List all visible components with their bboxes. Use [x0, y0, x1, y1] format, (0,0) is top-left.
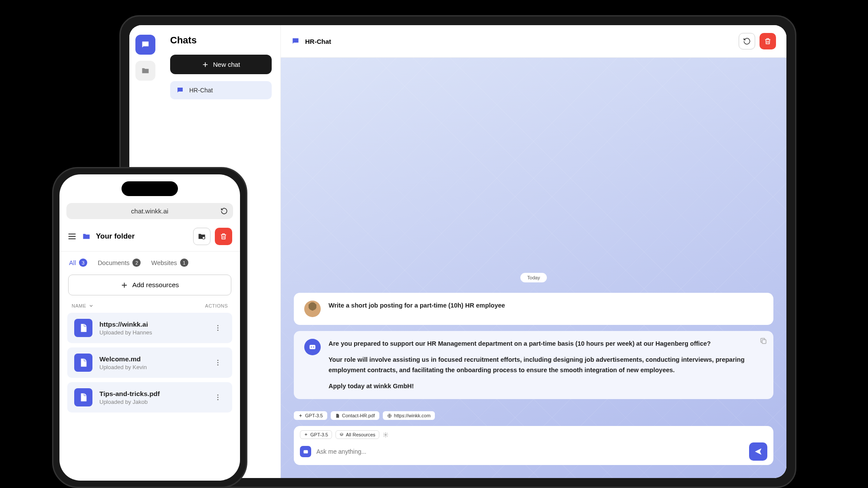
resource-item[interactable]: Tips-and-tricks.pdf Uploaded by Jakob — [67, 382, 232, 413]
resource-item[interactable]: https://winkk.ai Uploaded by Hannes — [67, 313, 232, 343]
svg-point-16 — [217, 399, 219, 400]
new-chat-label: New chat — [213, 61, 240, 68]
folder-delete-button[interactable] — [215, 228, 232, 245]
folder-settings-button[interactable] — [193, 228, 210, 245]
model-chip[interactable]: GPT-3.5 — [294, 411, 327, 420]
chat-list-item[interactable]: HR-Chat — [170, 81, 272, 99]
site-chip[interactable]: https://winkk.com — [383, 411, 435, 420]
bot-p1: Are you prepared to support our HR Manag… — [329, 339, 763, 349]
file-type-icon — [74, 354, 92, 372]
send-button[interactable] — [749, 442, 767, 461]
svg-point-13 — [217, 364, 219, 366]
svg-rect-6 — [303, 450, 308, 453]
user-avatar — [304, 301, 321, 317]
resource-more-button[interactable] — [210, 390, 225, 405]
main-area: HR-Chat Today Write a short job posting … — [281, 25, 786, 478]
sort-by-name[interactable]: NAME — [72, 303, 94, 308]
url-refresh-button[interactable] — [220, 207, 228, 215]
chat-item-label: HR-Chat — [189, 87, 213, 94]
delete-button[interactable] — [760, 33, 776, 49]
copy-icon — [760, 337, 767, 345]
svg-point-10 — [217, 330, 219, 331]
more-vertical-icon — [214, 393, 222, 401]
folder-icon — [141, 66, 150, 75]
chat-icon — [141, 40, 150, 49]
resource-more-button[interactable] — [210, 321, 225, 335]
main-header: HR-Chat — [281, 25, 786, 58]
refresh-button[interactable] — [739, 33, 755, 49]
gear-icon — [383, 432, 388, 438]
tab-documents[interactable]: Documents 2 — [98, 259, 141, 267]
add-resources-button[interactable]: Add ressources — [68, 275, 231, 295]
new-chat-button[interactable]: New chat — [170, 55, 272, 74]
svg-point-5 — [385, 434, 386, 435]
send-icon — [754, 447, 763, 456]
header-title-group: HR-Chat — [291, 37, 331, 46]
sidebar-title: Chats — [170, 35, 272, 46]
menu-icon — [67, 232, 77, 241]
folder-title: Your folder — [96, 232, 135, 241]
phone-device-frame: chat.winkk.ai Your folder — [52, 167, 247, 488]
resource-list: https://winkk.ai Uploaded by Hannes Welc… — [59, 313, 240, 413]
input-resources-chip[interactable]: All Resources — [335, 430, 379, 439]
refresh-icon — [743, 37, 751, 45]
phone-header: Your folder — [59, 222, 240, 252]
resource-more-button[interactable] — [210, 355, 225, 370]
chat-input-area: GPT-3.5 All Resources — [294, 426, 773, 465]
bot-icon — [302, 449, 309, 455]
more-vertical-icon — [214, 324, 222, 332]
rail-chats-button[interactable] — [135, 35, 155, 55]
doc-chip[interactable]: Contact-HR.pdf — [331, 411, 379, 420]
tab-all-count: 3 — [79, 259, 87, 267]
tab-websites[interactable]: Websites 1 — [151, 259, 188, 267]
phone-header-left: Your folder — [67, 232, 135, 241]
resource-name: Tips-and-tricks.pdf — [99, 390, 204, 398]
resource-name: Welcome.md — [99, 355, 204, 363]
trash-icon — [764, 37, 772, 45]
svg-point-12 — [217, 362, 219, 364]
copy-button[interactable] — [760, 337, 767, 345]
phone-header-right — [193, 228, 232, 245]
date-separator: Today — [520, 273, 547, 282]
chat-input[interactable] — [316, 448, 744, 455]
file-icon — [335, 413, 340, 418]
tab-docs-count: 2 — [132, 259, 141, 267]
svg-point-15 — [217, 397, 219, 398]
input-chips: GPT-3.5 All Resources — [300, 430, 767, 439]
svg-point-1 — [311, 347, 312, 348]
menu-button[interactable] — [67, 232, 77, 241]
svg-rect-3 — [762, 340, 766, 344]
folder-icon — [82, 232, 91, 241]
svg-rect-0 — [309, 345, 315, 349]
bot-p3: Apply today at winkk GmbH! — [329, 381, 763, 391]
plus-icon — [202, 61, 209, 68]
svg-point-7 — [202, 236, 205, 239]
sparkle-icon — [298, 413, 303, 418]
chat-icon — [291, 37, 300, 46]
url-bar[interactable]: chat.winkk.ai — [66, 203, 233, 219]
input-model-chip[interactable]: GPT-3.5 — [300, 430, 332, 439]
svg-point-14 — [217, 394, 219, 396]
phone-screen: chat.winkk.ai Your folder — [59, 174, 240, 481]
folder-gear-icon — [197, 232, 206, 241]
svg-point-11 — [217, 360, 219, 361]
plus-icon — [121, 282, 128, 289]
resource-meta: Uploaded by Jakob — [99, 399, 204, 405]
input-row — [300, 442, 767, 461]
chevron-down-icon — [89, 303, 94, 308]
resource-meta: Uploaded by Kevin — [99, 364, 204, 370]
bot-message: Are you prepared to support our HR Manag… — [294, 331, 773, 399]
tab-all[interactable]: All 3 — [69, 259, 87, 267]
layers-icon — [339, 432, 344, 437]
more-vertical-icon — [214, 359, 222, 367]
resource-info: https://winkk.ai Uploaded by Hannes — [99, 321, 204, 336]
header-actions — [739, 33, 776, 49]
input-settings-button[interactable] — [383, 432, 388, 438]
resource-item[interactable]: Welcome.md Uploaded by Kevin — [67, 347, 232, 378]
phone-content: chat.winkk.ai Your folder — [59, 174, 240, 481]
bot-avatar — [304, 339, 321, 355]
rail-folders-button[interactable] — [135, 61, 155, 81]
chat-icon — [176, 86, 184, 94]
filter-tabs: All 3 Documents 2 Websites 1 — [59, 252, 240, 270]
message-chips: GPT-3.5 Contact-HR.pdf https://winkk.com — [294, 411, 773, 420]
